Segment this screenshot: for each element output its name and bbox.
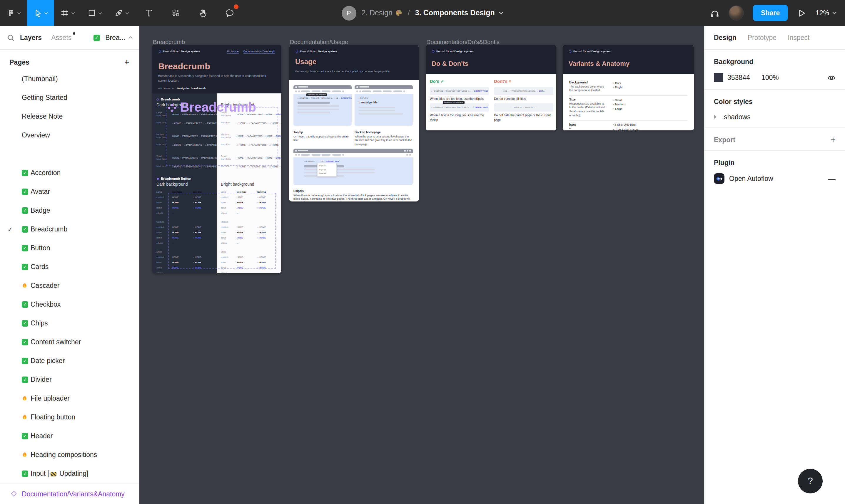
frame-label-breadcrumb[interactable]: Breadcrumb — [153, 39, 185, 45]
button-sample: ⌂HOME — [193, 196, 213, 198]
frame1-header: Pernod Ricard Design system Prototype Do… — [152, 44, 281, 93]
zeroheight-link[interactable]: Documentation Zeroheight — [243, 50, 275, 53]
hand-tool-button[interactable] — [189, 0, 217, 26]
sidebar-page-item[interactable]: ✓Badge — [0, 201, 139, 220]
hex-value-field[interactable]: 353844 — [727, 74, 761, 81]
sidebar-page-item[interactable]: Release Note — [0, 107, 139, 126]
sidebar-page-item[interactable]: File uploader — [0, 389, 139, 408]
tab-prototype[interactable]: Prototype — [748, 34, 776, 41]
breadcrumb-item: HOME — [172, 113, 179, 115]
sidebar-page-item[interactable]: ✓Checkbox — [0, 295, 139, 314]
tab-inspect[interactable]: Inspect — [788, 34, 809, 41]
button-state-row: activeHOME⌂HOME — [156, 205, 214, 210]
breadcrumb-separator-glyph: › — [180, 135, 181, 137]
frame-tool-button[interactable] — [54, 0, 81, 26]
breadcrumb-separator-glyph: › — [199, 157, 200, 159]
sidebar-page-item[interactable]: ✓Input[ Updating] — [0, 464, 139, 483]
frame-usage[interactable]: Pernod Ricard Design system Usage Common… — [289, 44, 419, 201]
home-icon: ⌂ — [257, 201, 258, 203]
add-export-button[interactable]: + — [830, 137, 835, 143]
prototype-link[interactable]: Prototype — [227, 50, 239, 53]
zoom-menu[interactable]: 12% — [816, 10, 837, 16]
frame-dos-donts[interactable]: Pernod Ricard Design system Do & Don'ts … — [426, 44, 556, 130]
chevron-up-icon[interactable] — [128, 36, 133, 39]
audio-headphones-button[interactable] — [710, 8, 720, 18]
tab-component-breadcrumb[interactable]: ✓ Brea... — [93, 34, 133, 41]
page-label: Accordion — [31, 169, 61, 176]
state-label: ellipsis — [221, 272, 237, 273]
visibility-toggle[interactable] — [827, 74, 835, 81]
button-state-row: enabledHOME⌂HOME — [221, 254, 279, 259]
frame1-body: BreadcrumbDark backgroundLargeIcon: fals… — [152, 93, 281, 273]
move-tool-button[interactable] — [27, 0, 54, 26]
tab-design[interactable]: Design — [714, 34, 737, 41]
sidebar-page-item[interactable]: ✓Accordion — [0, 163, 139, 182]
variant-value: • Large — [613, 107, 625, 111]
tab-layers[interactable]: Layers — [20, 34, 42, 41]
frame-breadcrumb[interactable]: Pernod Ricard Design system Prototype Do… — [152, 44, 281, 273]
state-label: enabled — [156, 196, 172, 198]
tab-assets[interactable]: Assets — [51, 34, 71, 41]
text-tool-button[interactable] — [135, 0, 162, 26]
remove-plugin-button[interactable]: — — [828, 174, 835, 183]
sidebar-page-item[interactable]: ✓Divider — [0, 370, 139, 389]
sidebar-page-item[interactable]: Getting Started — [0, 88, 139, 107]
variant-spec-left: SizeResponsive size available to fit the… — [569, 97, 607, 118]
style-group-shadows[interactable]: shadows — [714, 113, 835, 121]
file-name-label: 3. Components Design — [415, 9, 495, 17]
sidebar-page-item[interactable]: ✓Cards — [0, 257, 139, 276]
breadcrumb-separator-glyph: › — [523, 107, 524, 109]
sidebar-page-item[interactable]: Cascader — [0, 276, 139, 295]
sidebar-page-item[interactable]: ✓Content switcher — [0, 332, 139, 351]
search-icon[interactable] — [7, 34, 15, 41]
home-icon: ⌂ — [193, 261, 194, 264]
sidebar-page-item[interactable]: ✓✓Breadcrumb — [0, 220, 139, 238]
mock-tooltip: Page with a very long name — [443, 101, 465, 104]
button-sample: ⌂HOME — [193, 261, 213, 264]
sidebar-page-item[interactable]: ✓Header — [0, 427, 139, 445]
share-button[interactable]: Share — [753, 5, 788, 21]
guideline-caption: When a title is too long, you can use th… — [430, 114, 489, 122]
sidebar-page-item[interactable]: Heading compositions — [0, 445, 139, 464]
main-menu-button[interactable] — [0, 0, 27, 26]
project-name[interactable]: 2. Design — [361, 9, 402, 17]
inspector-panel: Design Prototype Inspect Background 3538… — [704, 26, 845, 504]
sidebar-page-item[interactable]: (Thumbnail) — [0, 69, 139, 88]
opacity-field[interactable]: 100% — [761, 74, 779, 81]
selected-layer-item[interactable]: Documentation/Variants&Anatomy — [0, 483, 139, 504]
help-button[interactable]: ? — [798, 469, 823, 493]
home-icon: ⌂ — [172, 144, 174, 146]
file-name[interactable]: 3. Components Design — [415, 9, 504, 17]
comment-tool-button[interactable] — [217, 0, 243, 26]
sidebar-page-item[interactable]: Overview — [0, 126, 139, 144]
project-avatar[interactable]: P — [341, 5, 356, 20]
sidebar-page-item[interactable]: ✓Avatar — [0, 182, 139, 201]
resources-tool-button[interactable] — [162, 0, 189, 26]
breadcrumb-item: N1 — [336, 97, 338, 99]
frame-label-usage[interactable]: Documentation/Usage — [290, 39, 348, 45]
breadcrumb-separator-glyph: › — [316, 160, 316, 162]
sidebar-page-item[interactable]: ✓Date picker — [0, 351, 139, 370]
sidebar-page-item[interactable]: ✓Button — [0, 238, 139, 257]
button-sample: HOME — [237, 201, 257, 203]
frame-variants-anatomy[interactable]: Pernod Ricard Design system Variants & A… — [563, 44, 694, 130]
sidebar-page-item[interactable]: Floating button — [0, 408, 139, 427]
button-state-row: enabledHOME⌂HOME — [221, 194, 279, 200]
home-icon: ⌂ — [257, 256, 258, 258]
state-label: hover — [156, 201, 172, 203]
user-avatar[interactable] — [728, 5, 744, 21]
pen-tool-button[interactable] — [108, 0, 135, 26]
shape-tool-button[interactable] — [81, 0, 108, 26]
present-button[interactable] — [797, 8, 807, 18]
mock-breadcrumb-row: ⌂ HO...›PAGE WITH VERY LONG N...›CUR... — [503, 90, 545, 92]
canvas[interactable]: Breadcrumb Documentation/Usage Documenta… — [139, 26, 704, 504]
sidebar-page-item[interactable]: ✓Chips — [0, 314, 139, 332]
button-sample: ⌂HOME — [257, 196, 278, 198]
home-icon: ⌂ — [270, 122, 272, 124]
export-header: Export — [714, 136, 735, 143]
add-page-button[interactable]: + — [124, 58, 130, 66]
button-state-row: hoverHOME⌂HOME — [221, 259, 279, 265]
color-swatch[interactable] — [714, 73, 723, 82]
breadcrumb-separator-glyph: › — [264, 113, 264, 115]
frame-label-dos-donts[interactable]: Documentation/Do's&Dont's — [426, 39, 500, 45]
